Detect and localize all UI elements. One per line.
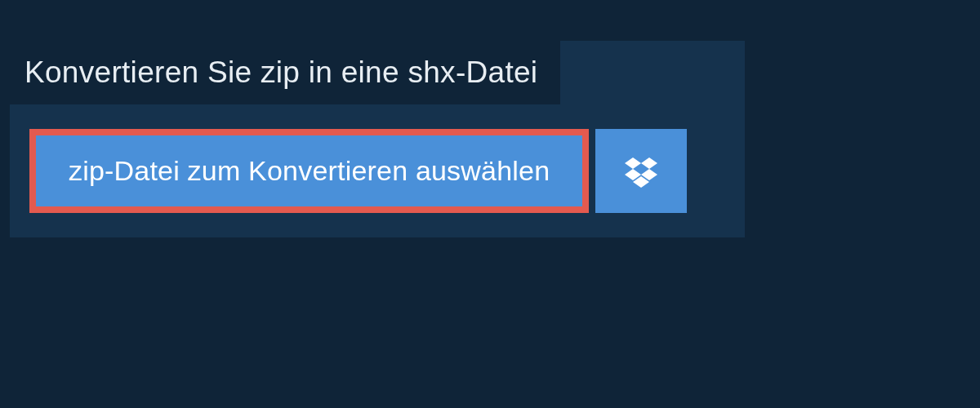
dropbox-icon: [625, 155, 657, 188]
select-file-label: zip-Datei zum Konvertieren auswählen: [69, 155, 550, 187]
svg-marker-0: [625, 157, 641, 169]
select-file-button[interactable]: zip-Datei zum Konvertieren auswählen: [29, 129, 589, 213]
svg-marker-1: [641, 157, 657, 169]
dropbox-button[interactable]: [595, 129, 687, 213]
page-title: Konvertieren Sie zip in eine shx-Datei: [24, 55, 537, 90]
title-bar: Konvertieren Sie zip in eine shx-Datei: [10, 41, 560, 104]
action-row: zip-Datei zum Konvertieren auswählen: [29, 129, 745, 213]
converter-panel: Konvertieren Sie zip in eine shx-Datei z…: [10, 41, 745, 237]
